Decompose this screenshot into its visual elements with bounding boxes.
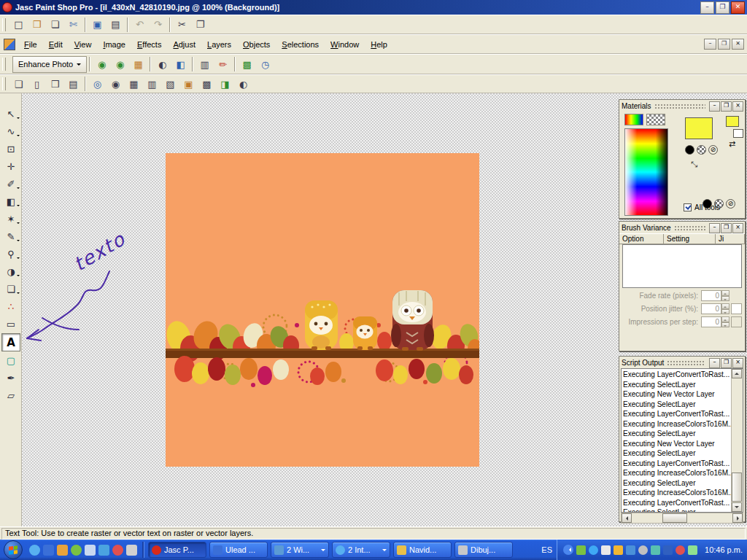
fg-color-style-icon[interactable] <box>685 145 694 155</box>
messenger-icon[interactable] <box>71 545 82 556</box>
panel-grip[interactable] <box>654 104 705 109</box>
tray-icon-printer[interactable] <box>601 545 611 555</box>
horizontal-scrollbar[interactable] <box>621 513 743 524</box>
sheet-button[interactable]: ▧ <box>161 76 179 92</box>
taskbar-button-navid[interactable]: Navid... <box>393 542 452 558</box>
column-setting[interactable]: Setting <box>664 234 716 244</box>
panel-maximize-button[interactable]: ❐ <box>721 223 732 233</box>
background-mini-swatch[interactable] <box>733 129 743 138</box>
cut-button[interactable]: ✂ <box>173 17 191 33</box>
paint-shop-icon[interactable] <box>112 545 123 556</box>
new-file-button[interactable]: □ <box>9 17 28 33</box>
menu-adjust[interactable]: Adjust <box>167 38 201 51</box>
makeover-button[interactable]: ✏ <box>214 56 232 72</box>
enhance-photo-button[interactable]: Enhance Photo <box>12 56 87 73</box>
panel-minimize-button[interactable]: – <box>709 223 720 233</box>
duplicate-button[interactable]: ❒ <box>46 76 64 92</box>
language-indicator[interactable]: ES <box>537 545 557 554</box>
mdi-close-button[interactable]: ✕ <box>732 39 744 50</box>
tray-icon-messenger[interactable] <box>651 545 660 555</box>
fg-gradient-style-icon[interactable] <box>697 145 706 155</box>
taskbar-button-ulead[interactable]: Ulead ... <box>209 542 268 558</box>
taskbar-button-internet-group[interactable]: 2 Int... <box>332 542 390 558</box>
menu-help[interactable]: Help <box>365 38 393 51</box>
foreground-color-swatch[interactable] <box>685 117 713 139</box>
pan-tool[interactable]: ↖ <box>2 106 20 122</box>
media-player-icon[interactable] <box>57 545 68 556</box>
menu-image[interactable]: Image <box>97 38 131 51</box>
open-button[interactable]: ❒ <box>28 17 46 33</box>
document-icon[interactable] <box>4 39 15 50</box>
vertical-scrollbar[interactable] <box>731 369 743 512</box>
color-replacer-tool[interactable]: ◑ <box>2 263 20 280</box>
preset-shapes-tool[interactable]: ▢ <box>2 352 20 369</box>
panel-close-button[interactable]: × <box>732 101 743 112</box>
clock[interactable]: 10:46 p.m. <box>700 545 743 554</box>
internet-explorer-icon[interactable] <box>29 545 40 556</box>
tray-icon-power[interactable] <box>688 545 697 555</box>
panel-grip[interactable] <box>667 360 705 365</box>
all-tools-option[interactable]: All tools <box>684 203 720 211</box>
tray-icon-updates[interactable] <box>614 545 623 555</box>
hide-icons-chevron[interactable] <box>563 545 573 555</box>
scroll-up-icon[interactable] <box>732 369 742 378</box>
notepad-icon[interactable] <box>126 545 137 556</box>
mdi-minimize-button[interactable]: – <box>704 39 716 50</box>
tray-icon-network[interactable] <box>589 545 598 555</box>
tray-icon-display[interactable] <box>626 545 635 555</box>
menu-selections[interactable]: Selections <box>276 38 325 51</box>
menu-window[interactable]: Window <box>325 38 365 51</box>
flood-fill-tool[interactable]: ◧ <box>2 193 20 210</box>
fill-flash-button[interactable]: ◧ <box>171 56 190 72</box>
toolbar-grip[interactable] <box>2 58 6 71</box>
zoom-tool[interactable]: ⚲ <box>2 246 20 262</box>
selection-tool[interactable]: ∿ <box>2 123 20 140</box>
browse-folder-button[interactable]: ◎ <box>88 76 107 92</box>
panel-close-button[interactable]: × <box>732 223 743 233</box>
gradient-tab-icon[interactable] <box>624 114 643 125</box>
brush-variance-list[interactable] <box>622 244 742 288</box>
taskbar-button-windows-group[interactable]: 2 Wi... <box>271 542 329 558</box>
grid-button[interactable]: ▦ <box>125 76 143 92</box>
taskbar-button-jasc[interactable]: Jasc P... <box>148 542 206 558</box>
start-button[interactable] <box>4 540 23 559</box>
minimize-button[interactable]: – <box>700 1 714 14</box>
position-jitter-spinner[interactable] <box>721 303 729 314</box>
pen-tool[interactable]: ✒ <box>2 370 20 386</box>
menu-edit[interactable]: Edit <box>43 38 69 51</box>
picture-frame-button[interactable]: ▦ <box>129 56 147 72</box>
print-button[interactable]: ▤ <box>107 17 125 33</box>
save-button[interactable]: ▣ <box>88 17 107 33</box>
script-output-titlebar[interactable]: Script Output – ❐ × <box>619 357 745 368</box>
position-jitter-input[interactable]: 0 <box>701 303 721 314</box>
impressions-curve-button[interactable] <box>731 316 742 327</box>
red-eye-removal-button[interactable]: ◉ <box>111 56 129 72</box>
brightness-button[interactable]: ◐ <box>153 56 171 72</box>
column-option[interactable]: Option <box>619 234 664 244</box>
title-bar[interactable]: Jasc Paint Shop Pro - [il_430xN_42810190… <box>0 0 747 15</box>
swatches-tab-icon[interactable] <box>646 114 665 125</box>
tray-icon-safely-remove[interactable] <box>663 545 673 555</box>
dropper-tool[interactable]: ✐ <box>2 176 20 192</box>
impressions-input[interactable]: 0 <box>701 316 721 327</box>
undo-button[interactable]: ↶ <box>131 17 149 33</box>
toolbar-grip[interactable] <box>2 18 6 31</box>
panel-maximize-button[interactable]: ❐ <box>721 101 732 112</box>
tray-icon-clock-sync[interactable] <box>638 545 648 555</box>
column-jitter[interactable]: Ji <box>716 234 745 244</box>
time-machine-button[interactable]: ◷ <box>256 56 274 72</box>
scroll-down-icon[interactable] <box>732 502 742 512</box>
panel-grip[interactable] <box>674 225 705 230</box>
swap-colors-icon[interactable]: ⇄ <box>729 139 735 149</box>
toolbar-grip[interactable] <box>2 77 6 90</box>
close-button[interactable]: ✕ <box>731 1 745 14</box>
all-tools-checkbox[interactable] <box>684 203 692 211</box>
move-tool[interactable]: ✛ <box>2 158 20 175</box>
histogram-button[interactable]: ▥ <box>196 56 214 72</box>
paint-brush-tool[interactable]: ✎ <box>2 228 20 245</box>
scrollbar-thumb[interactable] <box>662 513 687 523</box>
fg-transparent-style-icon[interactable]: ⊘ <box>708 145 718 155</box>
materials-panel-titlebar[interactable]: Materials – ❐ × <box>619 100 745 112</box>
object-selector-tool[interactable]: ▱ <box>2 387 20 404</box>
foreground-mini-swatch[interactable] <box>726 116 739 127</box>
